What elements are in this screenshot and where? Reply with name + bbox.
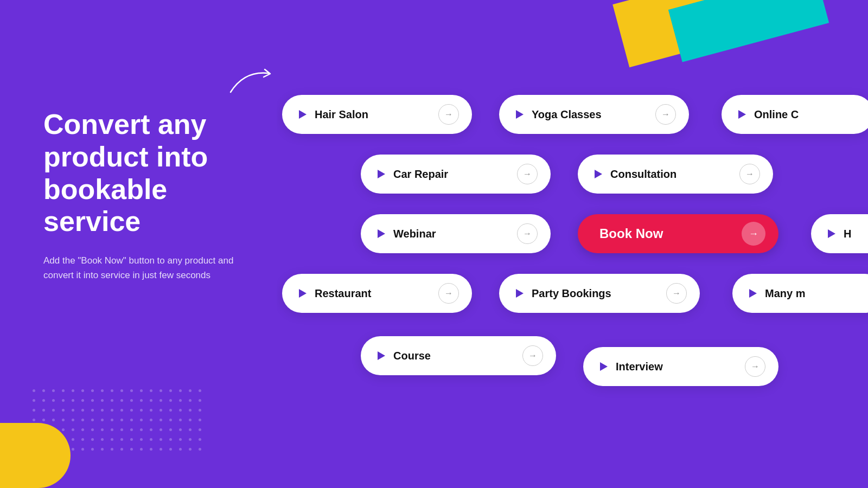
arrow-btn-car-repair[interactable] [517, 164, 538, 184]
card-webinar[interactable]: Webinar [361, 214, 551, 253]
play-icon-restaurant [297, 288, 308, 299]
arrow-btn-party-bookings[interactable] [666, 283, 687, 304]
corner-cyan-decoration [668, 0, 829, 62]
card-course[interactable]: Course [361, 336, 556, 375]
play-icon-yoga-classes [514, 109, 525, 120]
card-label-online: Online C [737, 108, 799, 121]
card-label-consultation: Consultation [593, 168, 676, 181]
play-icon-interview [598, 361, 609, 372]
card-interview[interactable]: Interview [583, 347, 778, 386]
arrow-decoration [228, 65, 282, 98]
arrow-btn-course[interactable] [522, 345, 543, 366]
sub-text: Add the "Book Now" button to any product… [43, 253, 250, 282]
card-book-now[interactable]: Book Now [578, 214, 778, 253]
card-label-restaurant: Restaurant [297, 287, 371, 300]
card-restaurant[interactable]: Restaurant [282, 274, 472, 313]
card-consultation[interactable]: Consultation [578, 155, 773, 194]
card-party-bookings[interactable]: Party Bookings [499, 274, 700, 313]
card-many-more-partial[interactable]: Many m [732, 274, 868, 313]
card-car-repair[interactable]: Car Repair [361, 155, 551, 194]
main-heading: Convert any product into bookable servic… [43, 108, 271, 238]
card-yoga-classes[interactable]: Yoga Classes [499, 95, 689, 134]
card-label-hair-salon: Hair Salon [297, 108, 368, 121]
arrow-btn-restaurant[interactable] [438, 283, 459, 304]
play-icon-h [826, 228, 837, 239]
play-icon-consultation [593, 169, 604, 179]
play-icon-car-repair [376, 169, 387, 179]
card-label-yoga-classes: Yoga Classes [514, 108, 602, 121]
card-label-many-more: Many m [748, 287, 805, 300]
card-label-party-bookings: Party Bookings [514, 287, 611, 300]
arrow-btn-webinar[interactable] [517, 223, 538, 244]
card-hair-salon[interactable]: Hair Salon [282, 95, 472, 134]
left-panel: Convert any product into bookable servic… [43, 108, 271, 283]
arrow-btn-interview[interactable] [745, 356, 765, 377]
yellow-blob-decoration [0, 423, 71, 488]
card-label-course: Course [376, 350, 431, 362]
card-online-partial[interactable]: Online C [722, 95, 868, 134]
arrow-btn-book-now[interactable] [742, 222, 765, 246]
card-h-partial[interactable]: H [811, 214, 868, 253]
arrow-btn-consultation[interactable] [739, 164, 760, 184]
card-label-h: H [826, 228, 851, 240]
right-panel: Hair Salon Yoga Classes Online C Car Rep… [277, 54, 868, 461]
card-label-interview: Interview [598, 361, 663, 373]
play-icon-many-more [748, 288, 758, 299]
card-label-car-repair: Car Repair [376, 168, 448, 181]
play-icon-course [376, 350, 387, 361]
arrow-btn-yoga-classes[interactable] [655, 104, 676, 125]
arrow-btn-hair-salon[interactable] [438, 104, 459, 125]
play-icon-party-bookings [514, 288, 525, 299]
book-now-label: Book Now [599, 226, 663, 241]
card-label-webinar: Webinar [376, 228, 436, 240]
play-icon-online [737, 109, 748, 120]
play-icon-hair-salon [297, 109, 308, 120]
play-icon-webinar [376, 228, 387, 239]
